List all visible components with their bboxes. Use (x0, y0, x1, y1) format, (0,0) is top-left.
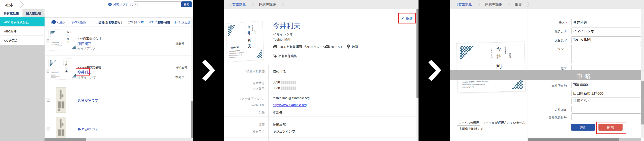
company-tel-field[interactable] (571, 114, 641, 120)
row-kana: イマイトシオ (78, 75, 96, 79)
contact-kana: イマイトシオ (273, 32, 293, 36)
column-company-name: 会社/氏名/氏名カナ (99, 20, 123, 24)
search-box (134, 1, 181, 7)
field-value: ギジュツホンブ (273, 129, 295, 134)
kana-field[interactable] (571, 27, 641, 34)
info-icon[interactable]: i (52, 20, 56, 24)
sidebar-item-abc-anken[interactable]: ABC案件 (0, 26, 44, 36)
field-value-phone: 0838 (273, 81, 296, 84)
building-field[interactable] (571, 98, 641, 104)
map-pin-icon (347, 44, 350, 49)
breadcrumb-chevron-icon (507, 1, 510, 7)
breadcrumb-contact-detail: 連絡先詳細 (259, 2, 276, 7)
card-pattern (71, 44, 76, 49)
search-input[interactable] (139, 2, 180, 7)
row-kana: イイダアヤノ (78, 46, 96, 50)
crop-icon (273, 54, 277, 58)
card-pattern (228, 25, 236, 37)
row-checkbox[interactable] (46, 98, 50, 102)
field-divider (224, 138, 418, 138)
search-button[interactable]: 検索 (181, 1, 192, 7)
field-value-fax: 0838 (273, 86, 296, 90)
remove-image-label: 画像を削除する (462, 127, 484, 131)
map-button[interactable]: 地図 (347, 43, 358, 50)
name-field[interactable] (571, 19, 641, 25)
postal-code-field[interactable] (571, 82, 641, 88)
row-name-link[interactable]: 氏名が空です (78, 98, 98, 103)
edit-button[interactable]: 編集 (406, 16, 413, 21)
business-card-image: TOSHIO IMAI今井 利夫技術本部本部長 ×××商事株式会社758-000… (226, 21, 264, 62)
name-label: 氏名* (530, 20, 567, 25)
field-label: 電話番号 (224, 81, 265, 85)
tab-personal-phonebook[interactable]: 個人電話帳 (22, 9, 44, 17)
breadcrumb-chevron-icon (20, 1, 25, 8)
field-divider (224, 65, 418, 65)
business-card-image: TOSHIO IMAI今井 利夫技術本部本部長 ×××商事株式会社758-000… (456, 42, 526, 93)
horizontal-scrollbar-thumb[interactable] (44, 138, 86, 141)
breadcrumb-shared-phonebook[interactable]: 共有電話帳 (455, 2, 472, 7)
row-name-link[interactable]: 飯田綾乃 (78, 41, 92, 46)
vertical-scrollbar-thumb[interactable] (191, 101, 193, 139)
business-card-thumbnail: AYANO IIDA飯田 綾乃営業部 ×××商事株式会社758-0000 山口県… (48, 29, 78, 50)
omitted-label: 中略 (528, 71, 641, 80)
field-label: 名刺依頼状態 (224, 69, 265, 73)
company-url-field[interactable] (571, 106, 641, 112)
search-icon (135, 3, 138, 6)
screenshot-root: { "colors":{"accent_blue":"#2456a5","lin… (0, 0, 644, 141)
edit-card-image-button[interactable]: 名刺画像編集 (273, 53, 297, 59)
card-pattern (50, 60, 56, 66)
blurred-card-thumbnail (56, 117, 66, 138)
row-dept: 営業部 (175, 41, 184, 46)
field-value: toshio.imai@example.org (273, 96, 310, 100)
mail-button[interactable]: メール1 (325, 43, 342, 50)
field-label: 役職 (224, 110, 265, 114)
list-header: 社外 + 検索オプション 検索 (0, 0, 193, 9)
update-button[interactable]: 更新 (571, 124, 595, 131)
row-name-link[interactable]: 氏名が空です (78, 127, 98, 132)
card-pattern (460, 46, 475, 61)
company-url-label: 会社URL (530, 107, 567, 112)
file-select-button[interactable]: ファイルの選択 (457, 119, 480, 126)
horizontal-scrollbar-thumb[interactable] (528, 138, 619, 141)
vertical-scrollbar-thumb[interactable] (641, 81, 644, 125)
contact-detail-panel: 共有電話帳 連絡先詳細 編集 TOSHIO IMAI今井 利夫技術本部本部長 ×… (224, 0, 418, 141)
breadcrumb-shared-phonebook[interactable]: 共有電話帳 (229, 2, 246, 7)
company-tel-label: 会社代表番号 (530, 115, 567, 119)
web-url-link[interactable]: http://www.example.org (273, 103, 306, 107)
tab-shared-phonebook[interactable]: 共有電話帳 (0, 9, 22, 17)
card-pattern (50, 31, 56, 37)
tab-row: 共有電話帳 個人電話帳 すべて選択 すべて解除 〈 前へ 次へ 〉 全 9 件 … (0, 9, 193, 17)
sidebar-item-uc-kenkyukai[interactable]: UC研究会 (0, 36, 44, 45)
masked-digits (281, 87, 296, 90)
contact-name: 今井利夫 (273, 20, 300, 30)
row-checkbox[interactable] (46, 128, 50, 131)
address-label: 本社所在地 (530, 83, 567, 88)
search-options-button[interactable]: + 検索オプション (108, 2, 134, 6)
remove-image-checkbox[interactable] (457, 127, 460, 130)
scanner-icon (273, 44, 278, 49)
address-list-panel: 社外 + 検索オプション 検索 共有電話帳 個人電話帳 すべて選択 すべて解除 … (0, 0, 193, 141)
address-field[interactable] (571, 90, 641, 96)
breadcrumb: 共有電話帳 連絡先詳細 (224, 0, 418, 9)
table-header: i 会社/氏名/氏名カナ 部署/役職 (44, 17, 191, 27)
highlight-box-edit: 編集 (398, 13, 416, 23)
pencil-icon (401, 16, 404, 20)
row-divider (44, 55, 191, 56)
business-card-thumbnail: TOSHIO IMAI今井 利夫技術本部本部長 ×××商事株式会社758-000… (48, 58, 78, 80)
column-dept-role: 部署/役職 (158, 20, 170, 24)
field-divider (224, 117, 418, 117)
field-value: 技術本部 (273, 122, 286, 127)
keyboard-icon (297, 45, 302, 48)
vertical-scrollbar-thumb[interactable] (416, 9, 418, 98)
breadcrumb-contact-detail[interactable]: 連絡先詳細 (485, 2, 502, 7)
contact-roman: Toshio IMAI (273, 38, 290, 41)
row-name-link[interactable]: 今井利夫 (78, 69, 92, 74)
breadcrumb: 共有電話帳 連絡先詳細 編集 (450, 0, 644, 9)
ocr-register-button[interactable]: OCR名刺登録 (273, 43, 298, 50)
sidebar-item-abc-shoji[interactable]: ABC商事株式会社 (0, 17, 44, 26)
row-divider (44, 85, 191, 85)
masked-digits (281, 81, 296, 84)
roman-field[interactable] (571, 36, 641, 43)
delete-button[interactable]: 削除 (598, 124, 622, 131)
comment-field[interactable] (571, 45, 641, 63)
